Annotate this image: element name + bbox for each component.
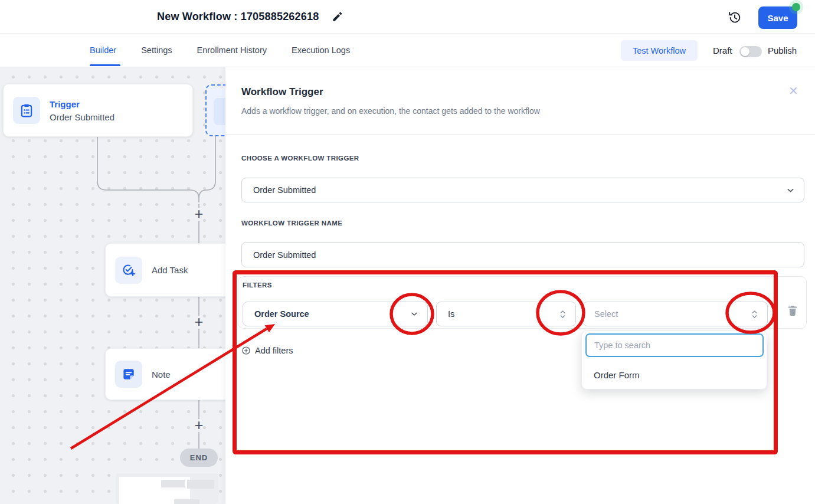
chevron-up-down-icon [750,309,759,319]
end-node-label: END [190,453,208,462]
filter-value-dropdown: Order Form [581,330,767,390]
panel-description: Adds a workflow trigger, and on executio… [241,106,540,116]
circle-plus-icon [241,346,251,355]
workflow-builder-app: New Workflow : 1705885262618 Save Builde… [0,0,815,504]
version-history-button[interactable] [726,9,744,27]
add-task-node-title: Add Task [152,265,188,275]
filter-operator-value: Is [448,309,454,319]
draft-label: Draft [713,45,732,55]
workflow-trigger-select-value: Order Submitted [253,185,316,195]
tab-bar: Builder Settings Enrollment History Exec… [0,34,815,67]
trigger-node-subtitle: Order Submitted [50,112,114,122]
filter-value-placeholder: Select [594,309,618,319]
add-step-button-1[interactable]: + [191,207,207,222]
page-title: New Workflow : 1705885262618 [157,11,319,23]
tab-builder[interactable]: Builder [90,45,116,55]
note-icon-box [115,361,142,388]
filter-field-value: Order Source [254,309,309,319]
filters-label: FILTERS [243,282,272,289]
add-filters-button[interactable]: Add filters [241,346,293,355]
clipboard-icon [19,103,34,118]
workflow-canvas[interactable]: Trigger Order Submitted + + + Add Task [0,67,226,504]
add-step-button-3[interactable]: + [191,418,207,433]
delete-filter-button[interactable] [786,303,799,319]
publish-toggle[interactable] [739,46,762,57]
close-panel-button[interactable]: ✕ [788,84,798,98]
select-tail [558,309,567,319]
filter-field-select[interactable]: Order Source [243,302,428,326]
publish-toggle-knob [741,47,749,56]
choose-trigger-label: CHOOSE A WORKFLOW TRIGGER [241,155,359,162]
add-task-icon-box [115,257,142,284]
filter-value-select[interactable]: Select [582,302,768,326]
pencil-icon [332,11,343,22]
trigger-node-card[interactable]: Trigger Order Submitted [3,84,193,137]
panel-title: Workflow Trigger [241,86,323,98]
trigger-node-title: Trigger [50,99,114,109]
history-clock-icon [728,11,742,25]
trash-icon [786,303,799,318]
tab-settings[interactable]: Settings [141,45,172,55]
note-icon [121,366,136,382]
active-tab-underline [90,64,120,66]
chevron-up-down-icon [558,309,567,319]
workflow-trigger-select[interactable]: Order Submitted [241,178,804,202]
panel-divider [225,134,815,135]
add-task-node-card[interactable]: Add Task [105,243,230,297]
dropdown-search-input[interactable] [585,333,764,357]
canvas-preview-fragment [116,473,218,504]
task-check-plus-icon [121,263,136,278]
workflow-title-group: New Workflow : 1705885262618 [157,0,343,34]
note-node-title: Note [152,369,171,379]
select-tail [410,309,419,319]
select-tail [750,309,759,319]
preview-bar [161,480,185,487]
close-icon: ✕ [788,84,798,97]
preview-bar [187,480,214,489]
chevron-down-icon [410,309,419,319]
test-workflow-button[interactable]: Test Workflow [621,40,698,61]
trigger-name-label: WORKFLOW TRIGGER NAME [241,220,342,227]
top-bar: New Workflow : 1705885262618 Save [0,0,815,34]
trigger-name-input[interactable] [241,242,804,267]
end-node: END [180,449,218,467]
note-node-card[interactable]: Note [105,348,230,400]
workflow-trigger-panel: Workflow Trigger Adds a workflow trigger… [225,67,815,504]
tab-enrollment-history[interactable]: Enrollment History [197,45,267,55]
chevron-down-icon [785,185,796,195]
add-filters-label: Add filters [255,346,293,355]
dropdown-option-order-form[interactable]: Order Form [582,364,767,386]
save-button-label: Save [767,13,788,23]
trigger-node-text: Trigger Order Submitted [50,99,114,122]
edit-title-button[interactable] [332,11,343,22]
add-step-button-2[interactable]: + [191,315,207,330]
filter-operator-select[interactable]: Is [436,302,576,326]
tab-execution-logs[interactable]: Execution Logs [292,45,350,55]
trigger-icon-box [13,97,40,124]
publish-label: Publish [768,45,797,55]
select-tail [785,185,796,195]
save-button[interactable]: Save [758,6,797,29]
unsaved-changes-dot [792,3,800,11]
preview-bar [174,499,199,504]
